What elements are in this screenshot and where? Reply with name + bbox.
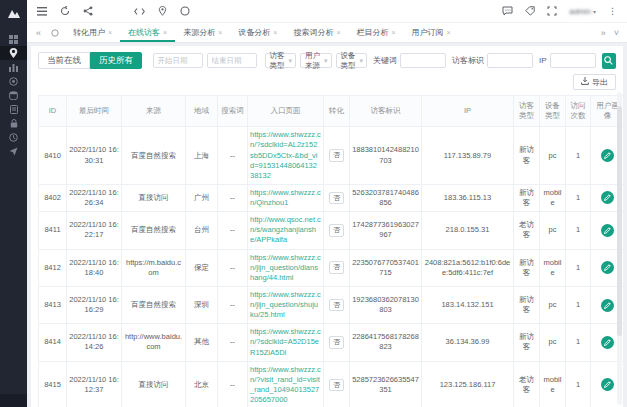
- tag-icon[interactable]: [525, 2, 535, 20]
- sidebar-item-security[interactable]: [0, 116, 27, 130]
- tab-close-icon[interactable]: ×: [336, 29, 340, 36]
- table-row: 84122022/11/10 16:18:40https://m.baidu.c…: [39, 249, 624, 286]
- tabs-scroll-left-icon[interactable]: «: [32, 23, 45, 42]
- export-button[interactable]: 导出: [573, 74, 616, 90]
- col-header-last-time: 最后时间: [67, 96, 122, 127]
- table-scrollbar-track[interactable]: [617, 92, 622, 405]
- row-visitor-type: 老访客: [514, 361, 540, 407]
- sidebar-item-dashboard[interactable]: [0, 32, 27, 46]
- tab-close-icon[interactable]: ×: [273, 29, 277, 36]
- filter-toolbar: 当前在线 历史所有 访客类型▾ 用户来源▾ 设备类型▾ 关键词 访客标识 IP: [38, 52, 616, 69]
- more-options-icon[interactable]: ⋮: [608, 6, 617, 16]
- row-entry-page-link: http://www.qsoc.net.cn/s/wangzhanjianshe…: [248, 212, 324, 249]
- row-visitor-type: 新访客: [514, 286, 540, 323]
- keyword-input[interactable]: [400, 53, 446, 68]
- search-button[interactable]: [602, 53, 616, 69]
- sidebar-item-send[interactable]: [0, 144, 27, 158]
- code-icon[interactable]: [134, 7, 145, 16]
- entry-page-link[interactable]: https://www.shwzzz.cn/?sdclkid=AL2z152sb…: [250, 130, 321, 180]
- visitors-table: ID 最后时间 来源 地域 搜索词 入口页面 转化 访客标识 IP 访客类型 设…: [38, 95, 623, 407]
- tab-close-icon[interactable]: ×: [218, 29, 222, 36]
- device-type-select[interactable]: 设备类型▾: [336, 53, 368, 68]
- row-last-time: 2022/11/10 16:22:17: [67, 212, 122, 249]
- row-converted-badge: 否: [324, 184, 350, 211]
- row-device-type: pc: [540, 212, 566, 249]
- tabs-menu-icon[interactable]: ˅: [614, 28, 619, 38]
- keyword-label: 关键词: [373, 55, 397, 66]
- row-visit-count: 1: [566, 286, 591, 323]
- history-all-button[interactable]: 历史所有: [90, 52, 142, 69]
- visitor-type-select[interactable]: 访客类型▾: [265, 53, 297, 68]
- table-scrollbar-thumb[interactable]: [617, 106, 622, 336]
- tab-column-analysis[interactable]: 栏目分析×: [348, 23, 403, 42]
- entry-page-link[interactable]: https://www.shwzzz.cn/?sdclkid=A52D15eR1…: [250, 327, 321, 356]
- tab-home[interactable]: [45, 23, 65, 42]
- tab-close-icon[interactable]: ×: [447, 29, 451, 36]
- row-keyword: --: [218, 127, 248, 185]
- entry-page-link[interactable]: https://www.shwzzz.cn/?visit_rand_id=vis…: [250, 365, 321, 404]
- row-keyword: --: [218, 361, 248, 407]
- user-portrait-edit-button[interactable]: [601, 149, 614, 162]
- tab-close-icon[interactable]: ×: [108, 29, 112, 36]
- user-source-select[interactable]: 用户来源▾: [300, 53, 332, 68]
- sidebar-item-documents[interactable]: [0, 102, 27, 116]
- tab-conversion-users[interactable]: 转化用户×: [65, 23, 120, 42]
- refresh-icon[interactable]: [60, 6, 70, 16]
- entry-page-link[interactable]: https://www.shwzzz.cn/jijn_question/shuj…: [250, 290, 321, 319]
- sidebar-item-history[interactable]: [0, 130, 27, 144]
- sidebar-item-visitors[interactable]: [0, 46, 27, 60]
- tab-keyword-analysis[interactable]: 搜索词分析×: [285, 23, 348, 42]
- row-device-type: mobile: [540, 184, 566, 211]
- visitors-panel: 当前在线 历史所有 访客类型▾ 用户来源▾ 设备类型▾ 关键词 访客标识 IP: [31, 46, 623, 407]
- sidebar-item-target[interactable]: [0, 74, 27, 88]
- row-device-type: pc: [540, 127, 566, 185]
- app-logo-icon: [7, 5, 21, 23]
- row-source: 直接访问: [122, 184, 186, 211]
- row-visitor-id: 5285723626635547351: [350, 361, 422, 407]
- user-menu[interactable]: admin ▾: [569, 7, 596, 16]
- tab-online-visitors[interactable]: 在线访客×: [120, 23, 175, 42]
- tab-user-subscription[interactable]: 用户订阅×: [404, 23, 459, 42]
- user-portrait-edit-button[interactable]: [601, 336, 614, 349]
- online-now-button[interactable]: 当前在线: [38, 52, 90, 69]
- visitor-id-input[interactable]: [487, 53, 533, 68]
- converted-badge: 否: [329, 192, 344, 205]
- row-id: 8412: [39, 249, 67, 286]
- location-icon[interactable]: [158, 6, 167, 16]
- entry-page-link[interactable]: https://www.shwzzz.cn/jijn_question/dian…: [250, 253, 321, 282]
- circle-icon[interactable]: [180, 6, 190, 16]
- message-icon[interactable]: [502, 2, 513, 20]
- tab-device-analysis[interactable]: 设备分析×: [230, 23, 285, 42]
- col-header-device-type: 设备类型: [540, 96, 566, 127]
- row-keyword: --: [218, 212, 248, 249]
- entry-page-link[interactable]: https://www.shwzzz.cn/Qinzhou1: [250, 188, 321, 207]
- user-portrait-edit-button[interactable]: [601, 378, 614, 391]
- user-portrait-edit-button[interactable]: [601, 299, 614, 312]
- row-visitor-id: 1923680362078130803: [350, 286, 422, 323]
- start-date-input[interactable]: [153, 53, 203, 68]
- fullscreen-icon[interactable]: [547, 2, 557, 20]
- tab-close-icon[interactable]: ×: [391, 29, 395, 36]
- tabs-scroll-right-icon[interactable]: »: [601, 28, 606, 38]
- row-id: 8414: [39, 324, 67, 361]
- row-entry-page-link: https://www.shwzzz.cn/?sdclkid=A52D15eR1…: [248, 324, 324, 361]
- share-icon[interactable]: [83, 6, 93, 16]
- chevron-down-icon: ▾: [289, 57, 293, 65]
- pencil-icon: [604, 381, 611, 388]
- user-portrait-edit-button[interactable]: [601, 261, 614, 274]
- tab-source-analysis[interactable]: 来源分析×: [175, 23, 230, 42]
- tab-close-icon[interactable]: ×: [163, 29, 167, 36]
- col-header-region: 地域: [186, 96, 218, 127]
- ip-input[interactable]: [550, 53, 596, 68]
- end-date-input[interactable]: [207, 53, 257, 68]
- sidebar-item-database[interactable]: [0, 88, 27, 102]
- row-source: https://m.baidu.com: [122, 249, 186, 286]
- pencil-icon: [604, 152, 611, 159]
- sidebar-collapse-button[interactable]: [0, 394, 27, 407]
- entry-page-link[interactable]: http://www.qsoc.net.cn/s/wangzhanjianshe…: [250, 215, 321, 244]
- hamburger-menu-icon[interactable]: [37, 7, 47, 16]
- user-portrait-edit-button[interactable]: [601, 191, 614, 204]
- sidebar-item-analytics[interactable]: [0, 60, 27, 74]
- user-portrait-edit-button[interactable]: [601, 224, 614, 237]
- row-id: 8411: [39, 212, 67, 249]
